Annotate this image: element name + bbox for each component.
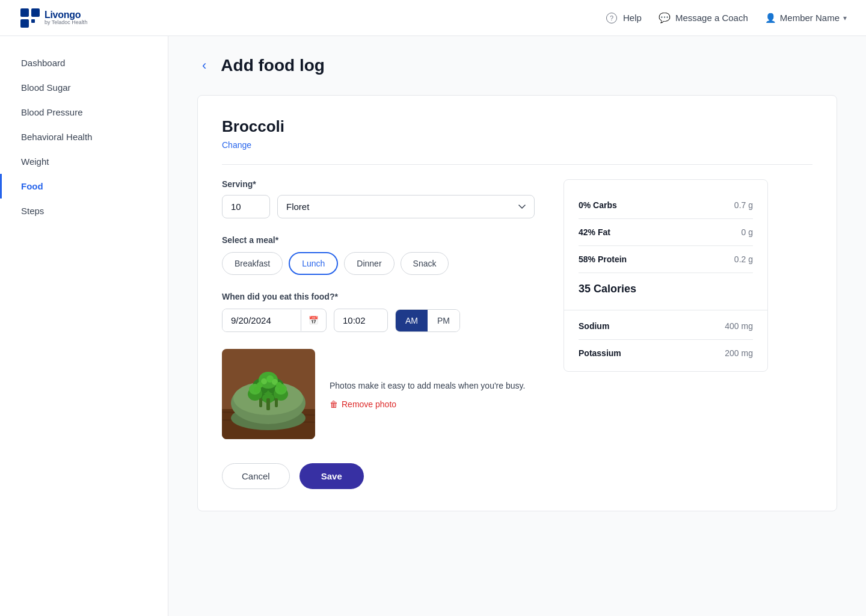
page-title: Add food log: [221, 56, 325, 75]
main-layout: Dashboard Blood Sugar Blood Pressure Beh…: [0, 36, 866, 616]
meal-dinner-button[interactable]: Dinner: [344, 252, 394, 275]
macro-carbs-row: 0% Carbs 0.7 g: [579, 192, 753, 219]
svg-rect-2: [20, 19, 29, 28]
logo-subtext: by Teladoc Health: [45, 20, 87, 26]
header: Livongo by Teladoc Health ? Help 💬 Messa…: [0, 0, 866, 36]
sidebar-item-steps[interactable]: Steps: [0, 199, 168, 223]
form-section: Serving* Floret Cup Gram Ounce Select a …: [222, 179, 535, 489]
meal-snack-button[interactable]: Snack: [401, 252, 449, 275]
logo-text: Livongo: [45, 10, 87, 20]
meal-lunch-button[interactable]: Lunch: [289, 252, 338, 275]
member-name-label: Member Name: [780, 13, 840, 23]
svg-rect-4: [31, 19, 35, 23]
macro-protein-row: 58% Protein 0.2 g: [579, 246, 753, 273]
sidebar-item-blood-pressure[interactable]: Blood Pressure: [0, 100, 168, 125]
calories-row: 35 Calories: [579, 273, 753, 298]
page-header: ‹ Add food log: [197, 55, 837, 76]
divider: [222, 164, 812, 165]
user-icon: 👤: [765, 13, 776, 23]
sidebar-item-label: Dashboard: [21, 58, 65, 68]
sidebar-item-weight[interactable]: Weight: [0, 149, 168, 174]
svg-rect-3: [31, 8, 40, 17]
svg-point-28: [279, 387, 285, 393]
carbs-label: 0% Carbs: [579, 200, 617, 210]
fat-label: 42% Fat: [579, 227, 610, 237]
protein-label: 58% Protein: [579, 254, 627, 264]
potassium-label: Potassium: [579, 348, 621, 358]
svg-rect-29: [266, 398, 270, 410]
carbs-value: 0.7 g: [734, 200, 753, 210]
food-photo: [222, 349, 315, 439]
when-label: When did you eat this food?*: [222, 292, 535, 301]
sidebar-item-label: Food: [21, 181, 43, 191]
datetime-row: 📅 AM PM: [222, 309, 535, 332]
photo-section: Photos make it easy to add meals when yo…: [222, 349, 535, 439]
photo-text: Photos make it easy to add meals when yo…: [330, 380, 525, 392]
svg-point-26: [254, 387, 260, 393]
sidebar-item-label: Behavioral Health: [21, 132, 92, 142]
serving-unit-select[interactable]: Floret Cup Gram Ounce: [277, 195, 535, 218]
sidebar-item-label: Blood Sugar: [21, 82, 71, 93]
remove-photo-label: Remove photo: [342, 399, 396, 409]
protein-value: 0.2 g: [734, 254, 753, 264]
potassium-row: Potassium 200 mg: [579, 340, 753, 366]
nutrition-section: 0% Carbs 0.7 g 42% Fat 0 g 58% Protein 0…: [564, 179, 768, 489]
member-menu[interactable]: 👤 Member Name ▾: [765, 13, 847, 23]
nutrition-card: 0% Carbs 0.7 g 42% Fat 0 g 58% Protein 0…: [564, 179, 768, 372]
back-button[interactable]: ‹: [197, 55, 211, 76]
sidebar-item-dashboard[interactable]: Dashboard: [0, 51, 168, 75]
sidebar-item-food[interactable]: Food: [0, 174, 168, 199]
sidebar-item-label: Weight: [21, 156, 49, 167]
meal-breakfast-button[interactable]: Breakfast: [222, 252, 283, 275]
time-input[interactable]: [334, 309, 388, 332]
back-icon: ‹: [202, 58, 206, 73]
sidebar-item-behavioral-health[interactable]: Behavioral Health: [0, 125, 168, 149]
serving-row: Floret Cup Gram Ounce: [222, 195, 535, 218]
message-coach-button[interactable]: 💬 Message a Coach: [659, 12, 748, 23]
change-food-link[interactable]: Change: [222, 140, 251, 150]
main-content: ‹ Add food log Broccoli Change Serving* …: [168, 36, 866, 616]
help-icon: ?: [606, 13, 617, 23]
photo-info: Photos make it easy to add meals when yo…: [330, 380, 525, 409]
pm-button[interactable]: PM: [428, 310, 459, 331]
nutrition-bottom: Sodium 400 mg Potassium 200 mg: [564, 310, 767, 371]
sidebar-item-label: Steps: [21, 206, 44, 216]
logo: Livongo by Teladoc Health: [19, 7, 87, 29]
potassium-value: 200 mg: [725, 348, 753, 358]
am-button[interactable]: AM: [396, 310, 428, 331]
date-input[interactable]: [223, 309, 301, 331]
serving-label: Serving*: [222, 179, 535, 189]
form-nutrition-layout: Serving* Floret Cup Gram Ounce Select a …: [222, 179, 812, 489]
sodium-label: Sodium: [579, 321, 609, 331]
remove-photo-button[interactable]: 🗑 Remove photo: [330, 399, 396, 409]
calories-value: 35 Calories: [579, 283, 636, 295]
svg-rect-1: [20, 8, 29, 17]
food-name: Broccoli: [222, 117, 812, 136]
message-coach-label: Message a Coach: [675, 13, 748, 23]
sidebar: Dashboard Blood Sugar Blood Pressure Beh…: [0, 36, 168, 616]
sidebar-item-label: Blood Pressure: [21, 107, 83, 117]
save-button[interactable]: Save: [299, 463, 364, 489]
svg-rect-30: [259, 398, 262, 407]
chevron-down-icon: ▾: [843, 14, 847, 22]
serving-amount-input[interactable]: [222, 195, 270, 218]
sodium-row: Sodium 400 mg: [579, 313, 753, 340]
date-input-wrap: 📅: [222, 309, 327, 332]
calendar-button[interactable]: 📅: [301, 310, 326, 331]
action-buttons: Cancel Save: [222, 463, 535, 489]
sidebar-item-blood-sugar[interactable]: Blood Sugar: [0, 75, 168, 100]
sodium-value: 400 mg: [725, 321, 753, 331]
cancel-button[interactable]: Cancel: [222, 463, 290, 489]
help-label: Help: [623, 13, 642, 23]
macro-fat-row: 42% Fat 0 g: [579, 219, 753, 246]
meal-label: Select a meal*: [222, 235, 535, 245]
calendar-icon: 📅: [309, 316, 319, 325]
trash-icon: 🗑: [330, 399, 338, 409]
svg-rect-31: [275, 398, 278, 407]
content-card: Broccoli Change Serving* Floret Cup Gram: [197, 95, 837, 511]
header-nav: ? Help 💬 Message a Coach 👤 Member Name ▾: [606, 12, 847, 23]
chat-icon: 💬: [659, 12, 671, 23]
fat-value: 0 g: [742, 227, 753, 237]
meal-options: Breakfast Lunch Dinner Snack: [222, 252, 535, 275]
help-button[interactable]: ? Help: [606, 13, 642, 23]
